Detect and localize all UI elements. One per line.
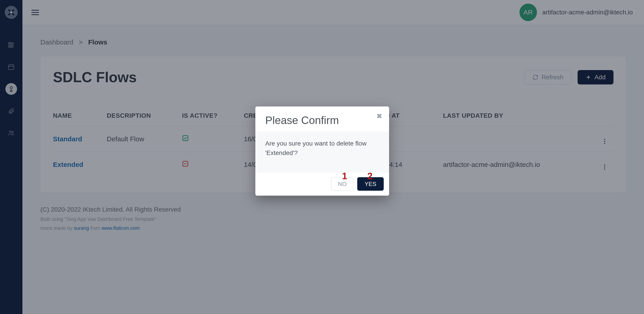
confirm-modal: Please Confirm ✖ Are you sure you want t… xyxy=(255,107,389,196)
close-icon: ✖ xyxy=(376,112,382,120)
annotation-2: 2 xyxy=(367,171,372,181)
modal-header: Please Confirm ✖ xyxy=(255,107,389,132)
modal-title: Please Confirm xyxy=(265,114,379,126)
modal-body: Are you sure you want to delete flow 'Ex… xyxy=(255,132,389,172)
annotation-1: 1 xyxy=(342,171,347,181)
modal-close-button[interactable]: ✖ xyxy=(376,112,382,120)
